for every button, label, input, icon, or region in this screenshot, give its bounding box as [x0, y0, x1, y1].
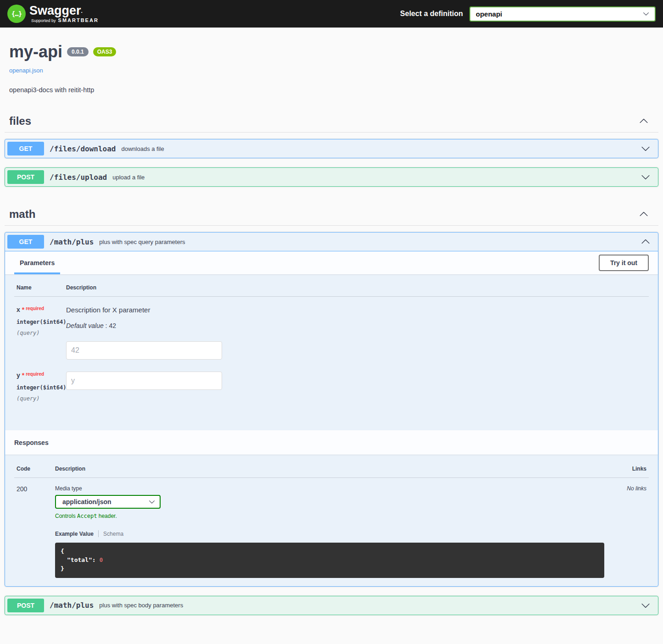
select-definition-label: Select a definition	[400, 10, 463, 18]
parameter-description-cell: Description for X parameter Default valu…	[66, 306, 649, 360]
expand-operation-button[interactable]	[635, 599, 656, 612]
responses-table-header: Code Description Links	[14, 466, 649, 478]
required-label: required	[26, 372, 44, 377]
expand-operation-button[interactable]	[635, 171, 656, 183]
tag-header-math[interactable]: math	[5, 205, 658, 226]
required-label: required	[26, 306, 44, 311]
media-type-value: application/json	[62, 498, 111, 505]
chevron-down-icon	[641, 172, 650, 182]
chevron-down-icon	[643, 11, 649, 17]
operation-body: Parameters Try it out Name Description x	[5, 251, 658, 586]
opblock-summary-post-math-plus[interactable]: POST /math/plus plus with spec body para…	[5, 596, 658, 615]
parameter-type: integer($int64)	[17, 319, 66, 325]
code-number: 0	[99, 556, 103, 563]
response-links-value: No links	[604, 485, 646, 578]
api-info: my-api 0.0.1 OAS3 openapi.json openapi3-…	[5, 28, 658, 94]
parameter-location: (query)	[17, 395, 66, 402]
opblock-get-files-download: GET /files/download downloads a file	[5, 139, 658, 158]
required-asterisk: *	[22, 372, 24, 379]
parameter-name-cell: y *required integer($int64) (query)	[17, 372, 66, 402]
selected-definition-value: openapi	[476, 10, 502, 18]
operation-summary: upload a file	[111, 174, 145, 181]
spec-url-link[interactable]: openapi.json	[9, 67, 43, 74]
response-code: 200	[17, 485, 55, 578]
code-line: "total": 0	[61, 556, 599, 565]
operation-path[interactable]: /files/upload	[44, 173, 111, 182]
oas3-badge: OAS3	[93, 47, 117, 56]
chevron-up-icon	[639, 117, 648, 126]
opblock-summary-get-files-download[interactable]: GET /files/download downloads a file	[5, 139, 658, 158]
topbar: {…} Swagger. Supported by SMARTBEAR Sele…	[0, 0, 663, 28]
brand-text: Swagger. Supported by SMARTBEAR	[29, 5, 99, 23]
method-badge-post: POST	[7, 170, 44, 184]
parameter-default: Default value : 42	[66, 322, 649, 329]
code-column-header: Code	[17, 466, 55, 472]
parameter-description: Description for X parameter	[66, 306, 649, 314]
tab-schema[interactable]: Schema	[103, 531, 123, 537]
parameter-row-y: y *required integer($int64) (query)	[14, 360, 649, 402]
parameter-description-cell	[66, 372, 649, 402]
method-badge-get: GET	[7, 235, 44, 249]
tab-parameters[interactable]: Parameters	[14, 251, 60, 274]
page-title: my-api 0.0.1 OAS3	[9, 42, 654, 61]
default-value: : 42	[106, 322, 116, 329]
smartbear-logo-text: SMARTBEAR	[58, 18, 99, 23]
api-title: my-api	[9, 42, 62, 61]
collapse-operation-button[interactable]	[635, 235, 656, 248]
example-value-code-block: { "total": 0 }	[55, 543, 604, 578]
tab-example-value[interactable]: Example Value	[55, 531, 94, 537]
swagger-ui-main: my-api 0.0.1 OAS3 openapi.json openapi3-…	[0, 28, 663, 629]
chevron-up-icon	[639, 210, 648, 219]
operation-path[interactable]: /math/plus	[44, 238, 98, 246]
parameters-container: Name Description x *required integer($in…	[5, 274, 658, 430]
parameter-x-input[interactable]	[66, 341, 222, 360]
parameter-name-cell: x *required integer($int64) (query)	[17, 306, 66, 360]
version-badge: 0.0.1	[67, 47, 89, 56]
definition-select[interactable]: openapi	[469, 6, 656, 22]
description-column-header: Description	[55, 466, 604, 472]
parameter-row-x: x *required integer($int64) (query) Desc…	[14, 297, 649, 360]
brand-trademark-dot: .	[81, 8, 83, 14]
chevron-down-icon	[641, 144, 650, 153]
media-type-select[interactable]: application/json	[55, 495, 161, 509]
opblock-summary-get-math-plus[interactable]: GET /math/plus plus with spec query para…	[5, 233, 658, 251]
default-value-label: Default value	[66, 322, 104, 329]
tag-section-files: files GET /files/download downloads a fi…	[5, 112, 658, 187]
tag-title-files: files	[9, 115, 31, 128]
operation-summary: downloads a file	[121, 145, 164, 152]
expand-operation-button[interactable]	[635, 142, 656, 155]
chevron-down-icon	[641, 601, 650, 610]
opblock-summary-post-files-upload[interactable]: POST /files/upload upload a file	[5, 168, 658, 186]
responses-section-header: Responses	[5, 430, 658, 455]
opblock-post-math-plus: POST /math/plus plus with spec body para…	[5, 596, 658, 615]
swagger-brand-link[interactable]: {…} Swagger. Supported by SMARTBEAR	[7, 5, 99, 23]
tag-section-math: math GET /math/plus plus with spec query…	[5, 205, 658, 615]
brand-subtitle: Supported by SMARTBEAR	[31, 18, 99, 23]
parameter-type: integer($int64)	[17, 384, 66, 391]
collapse-tag-math-button[interactable]	[634, 208, 654, 221]
parameters-tab-label: Parameters	[20, 259, 55, 266]
api-description: openapi3-docs with reitit-http	[9, 86, 654, 94]
parameters-section-header: Parameters Try it out	[5, 251, 658, 274]
tab-divider	[98, 530, 99, 537]
parameter-name: x *required	[17, 306, 66, 313]
operation-summary: plus with spec body parameters	[98, 602, 183, 609]
try-it-out-button[interactable]: Try it out	[599, 255, 649, 271]
operation-path[interactable]: /math/plus	[44, 601, 98, 610]
tag-header-files[interactable]: files	[5, 112, 658, 133]
collapse-tag-files-button[interactable]	[634, 115, 654, 128]
operation-summary: plus with spec query parameters	[98, 239, 185, 245]
chevron-up-icon	[641, 237, 650, 246]
responses-container: Code Description Links 200 Media type ap…	[5, 455, 658, 586]
code-line: }	[61, 565, 599, 573]
parameter-y-input[interactable]	[66, 372, 222, 390]
method-badge-post: POST	[7, 599, 44, 612]
operation-path[interactable]: /files/download	[44, 144, 121, 153]
opblock-get-math-plus: GET /math/plus plus with spec query para…	[5, 232, 658, 587]
response-description-cell: Media type application/json Controls Acc…	[55, 485, 604, 578]
links-column-header: Links	[604, 466, 646, 472]
parameter-location: (query)	[17, 330, 66, 336]
method-badge-get: GET	[7, 142, 44, 155]
chevron-down-icon	[149, 499, 155, 505]
response-row-200: 200 Media type application/json Controls…	[14, 478, 649, 578]
